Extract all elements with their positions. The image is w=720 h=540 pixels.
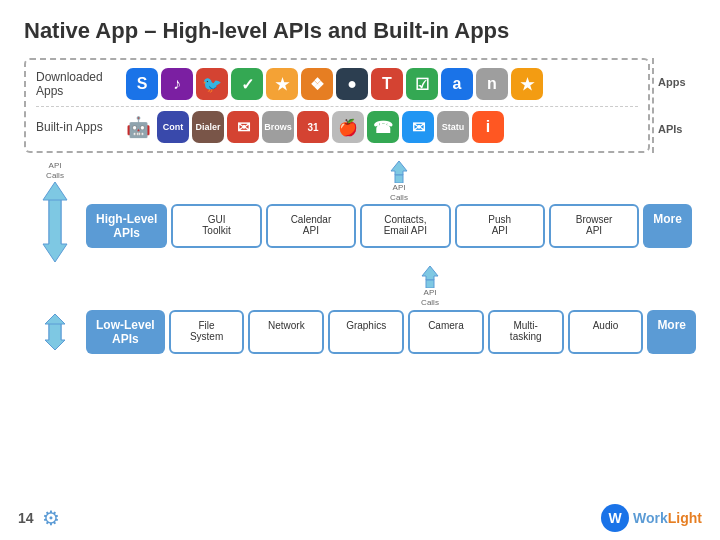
multitasking-box: Multi-tasking (488, 310, 564, 354)
contacts-email-api-box: Contacts,Email API (360, 204, 450, 248)
app-icon: 🐦 (196, 68, 228, 100)
gear-icon: ⚙ (42, 506, 60, 530)
low-level-apis-box: Low-LevelAPIs (86, 310, 165, 354)
hl-more-box: More (643, 204, 692, 248)
builtin-app-icons: Cont Dialer ✉ Brows 31 🍎 ☎ ✉ Statu i (157, 111, 504, 143)
apps-section: Downloaded Apps S ♪ 🐦 ✓ ★ ❖ ● T ☑ a n ★ (24, 58, 650, 153)
small-arrow-svg (381, 161, 417, 183)
light-text: Light (668, 510, 702, 526)
app-icon: ★ (511, 68, 543, 100)
big-bidirectional-arrow (33, 182, 77, 262)
audio-box: Audio (568, 310, 644, 354)
file-system-box: FileSystem (169, 310, 245, 354)
app-icon: ☑ (406, 68, 438, 100)
svg-marker-2 (391, 161, 407, 175)
hl-apis-block: APICalls High-LevelAPIs GUIToolkit Calen… (86, 161, 692, 248)
gui-toolkit-box: GUIToolkit (171, 204, 261, 248)
app-icon: ✉ (402, 111, 434, 143)
apis-right-label: APIs (658, 123, 696, 135)
downloaded-apps-label: Downloaded Apps (36, 70, 126, 98)
ll-boxes: Low-LevelAPIs FileSystem Network Graphic… (86, 310, 696, 354)
footer: 14 ⚙ W WorkLight (18, 504, 702, 532)
svg-marker-4 (422, 266, 438, 280)
app-icon: ✉ (227, 111, 259, 143)
app-icon: 🍎 (332, 111, 364, 143)
api-calls-label-top: APICalls (390, 183, 408, 202)
page: Native App – High-level APIs and Built-i… (0, 0, 720, 540)
app-icon: n (476, 68, 508, 100)
app-icon: ● (336, 68, 368, 100)
app-icon: S (126, 68, 158, 100)
app-icon: T (371, 68, 403, 100)
svg-marker-7 (45, 324, 65, 350)
high-level-apis-box: High-LevelAPIs (86, 204, 167, 248)
app-icon: i (472, 111, 504, 143)
app-icon: ❖ (301, 68, 333, 100)
api-calls-arrow-small: APICalls (381, 161, 417, 202)
builtin-apps-label: Built-in Apps (36, 120, 126, 134)
api-calls-label-middle: APICalls (421, 288, 439, 307)
app-icon: 31 (297, 111, 329, 143)
app-icon: ★ (266, 68, 298, 100)
builtin-apps-row: Built-in Apps 🤖 Cont Dialer ✉ Brows 31 🍎… (36, 111, 638, 143)
api-calls-middle-arrow: APICalls (412, 266, 448, 307)
small-arrow-svg-2 (412, 266, 448, 288)
camera-box: Camera (408, 310, 484, 354)
api-calls-big-arrow: APICalls (24, 161, 86, 262)
graphics-box: Graphics (328, 310, 404, 354)
app-icon: Cont (157, 111, 189, 143)
ll-row: Low-LevelAPIs FileSystem Network Graphic… (24, 310, 696, 354)
app-icon: Statu (437, 111, 469, 143)
ll-more-box: More (647, 310, 696, 354)
app-icon: Dialer (192, 111, 224, 143)
page-title: Native App – High-level APIs and Built-i… (24, 18, 696, 44)
ll-arrow-svg (35, 314, 75, 350)
worklight-text: WorkLight (633, 510, 702, 526)
page-number: 14 (18, 510, 34, 526)
footer-left: 14 ⚙ (18, 506, 60, 530)
ll-left-arrow (24, 310, 86, 354)
app-icon: ☎ (367, 111, 399, 143)
android-icon: 🤖 (126, 115, 151, 139)
hl-boxes-row: High-LevelAPIs GUIToolkit CalendarAPI Co… (86, 204, 692, 248)
app-icon: ✓ (231, 68, 263, 100)
section-labels: Apps APIs (652, 58, 696, 153)
worklight-logo: W WorkLight (601, 504, 702, 532)
svg-rect-3 (395, 175, 403, 183)
push-api-box: PushAPI (455, 204, 545, 248)
svg-marker-1 (43, 200, 67, 262)
work-text: Work (633, 510, 668, 526)
network-box: Network (248, 310, 324, 354)
app-icon: a (441, 68, 473, 100)
ll-apis-section: APICalls Low-LevelAPIs FileSystem Networ… (24, 266, 696, 354)
app-icon: Brows (262, 111, 294, 143)
api-calls-above-ll: APICalls (24, 266, 696, 307)
browser-api-box: BrowserAPI (549, 204, 639, 248)
worklight-icon: W (601, 504, 629, 532)
downloaded-apps-row: Downloaded Apps S ♪ 🐦 ✓ ★ ❖ ● T ☑ a n ★ (36, 68, 638, 100)
downloaded-app-icons: S ♪ 🐦 ✓ ★ ❖ ● T ☑ a n ★ (126, 68, 543, 100)
apps-right-label: Apps (658, 76, 696, 88)
app-icon: ♪ (161, 68, 193, 100)
calendar-api-box: CalendarAPI (266, 204, 356, 248)
api-calls-label-left: APICalls (46, 161, 64, 180)
api-calls-above-hl: APICalls (86, 161, 692, 202)
svg-rect-5 (426, 280, 434, 288)
